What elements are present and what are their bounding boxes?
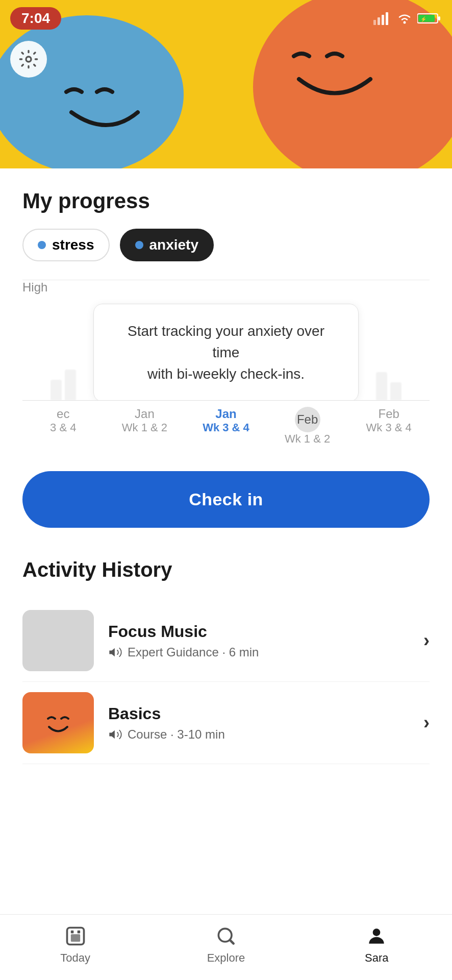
activity-thumb-basics [22, 692, 94, 753]
timeline-period: Jan [104, 407, 186, 421]
pill-stress-label: stress [52, 237, 94, 253]
blue-face [46, 77, 168, 138]
timeline-week: Wk 1 & 2 [104, 421, 186, 434]
timeline-feb1: Feb Wk 1 & 2 [267, 407, 348, 446]
bottom-nav: Today Explore Sara [0, 914, 452, 980]
activity-history-title: Activity History [22, 558, 430, 581]
timeline-period: Jan [185, 407, 267, 421]
bar-group-1 [22, 299, 104, 400]
timeline-period: ec [22, 407, 104, 421]
activity-item-focus-music[interactable]: Focus Music Expert Guidance · 6 min › [22, 600, 430, 682]
timeline-week: Wk 3 & 4 [185, 421, 267, 434]
today-icon [64, 925, 87, 947]
signal-icon [373, 12, 392, 25]
pill-anxiety[interactable]: anxiety [120, 229, 214, 261]
bar [390, 382, 401, 400]
svg-text:⚡: ⚡ [420, 16, 427, 22]
stress-dot [38, 241, 46, 249]
pill-anxiety-label: anxiety [149, 237, 199, 253]
nav-explore[interactable]: Explore [195, 925, 257, 965]
status-bar: 7:04 ⚡ [0, 7, 452, 30]
nav-sara-label: Sara [365, 951, 388, 965]
timeline-period: Feb [267, 407, 348, 432]
timeline-period: Feb [348, 407, 430, 421]
activity-meta-focus-music: Expert Guidance · 6 min [108, 645, 409, 659]
activity-thumb-focus-music [22, 610, 94, 671]
filter-pills: stress anxiety [22, 229, 430, 261]
activity-meta-basics: Course · 3-10 min [108, 727, 409, 742]
chevron-right-icon: › [423, 630, 430, 651]
timeline-dec: ec 3 & 4 [22, 407, 104, 446]
hero-banner: 7:04 ⚡ [0, 0, 452, 168]
bar-group-5 [348, 299, 430, 400]
basics-face-icon [38, 707, 79, 738]
anxiety-dot [135, 241, 143, 249]
timeline-week: Wk 1 & 2 [267, 432, 348, 446]
nav-explore-label: Explore [207, 951, 245, 965]
timeline-week: Wk 3 & 4 [348, 421, 430, 434]
svg-rect-1 [378, 17, 380, 25]
timeline-feb2: Feb Wk 3 & 4 [348, 407, 430, 446]
svg-point-15 [373, 928, 381, 936]
wifi-icon [396, 12, 413, 25]
volume-icon [108, 645, 122, 659]
activity-info-focus-music: Focus Music Expert Guidance · 6 min [108, 622, 409, 659]
tracking-popup: Start tracking your anxiety over time wi… [93, 304, 359, 401]
svg-rect-0 [373, 20, 376, 25]
settings-button[interactable] [10, 41, 47, 78]
nav-today-label: Today [60, 951, 90, 965]
feb-circle: Feb [295, 407, 320, 432]
bar [65, 370, 76, 400]
activity-name-focus-music: Focus Music [108, 622, 409, 641]
svg-rect-2 [382, 15, 384, 25]
svg-rect-11 [70, 934, 80, 942]
activity-list: Focus Music Expert Guidance · 6 min › [22, 600, 430, 764]
battery-icon: ⚡ [417, 12, 442, 25]
tracking-popup-text: Start tracking your anxiety over time wi… [114, 321, 338, 385]
explore-icon [215, 925, 237, 947]
bar [51, 380, 62, 400]
volume-icon-2 [108, 727, 122, 742]
check-in-button[interactable]: Check in [22, 471, 430, 528]
person-icon [365, 925, 388, 947]
progress-title: My progress [22, 189, 430, 213]
chart-high-label: High [22, 280, 430, 295]
activity-meta-text-focus-music: Expert Guidance · 6 min [128, 645, 259, 659]
timeline-labels: ec 3 & 4 Jan Wk 1 & 2 Jan Wk 3 & 4 Feb W… [22, 401, 430, 446]
status-icons: ⚡ [373, 12, 442, 25]
timeline-week: 3 & 4 [22, 421, 104, 434]
orange-face [268, 41, 401, 107]
nav-sara[interactable]: Sara [346, 925, 407, 965]
svg-point-14 [218, 928, 232, 942]
activity-meta-text-basics: Course · 3-10 min [128, 727, 225, 742]
activity-item-basics[interactable]: Basics Course · 3-10 min › [22, 682, 430, 764]
main-content: My progress stress anxiety High [0, 168, 452, 825]
svg-rect-12 [70, 930, 73, 934]
chart-area: High [22, 280, 430, 446]
timeline-jan2-active: Jan Wk 3 & 4 [185, 407, 267, 446]
activity-name-basics: Basics [108, 704, 409, 723]
svg-point-9 [26, 57, 31, 62]
bar [376, 372, 387, 400]
gear-icon [18, 49, 39, 69]
svg-rect-3 [386, 12, 388, 25]
nav-today[interactable]: Today [45, 925, 106, 965]
svg-point-4 [404, 21, 406, 24]
chevron-right-icon-2: › [423, 712, 430, 733]
activity-info-basics: Basics Course · 3-10 min [108, 704, 409, 742]
svg-rect-13 [77, 930, 80, 934]
svg-rect-7 [438, 16, 440, 20]
pill-stress[interactable]: stress [22, 229, 110, 261]
chart-container: Start tracking your anxiety over time wi… [22, 299, 430, 401]
timeline-jan1: Jan Wk 1 & 2 [104, 407, 186, 446]
time-display: 7:04 [10, 7, 61, 30]
